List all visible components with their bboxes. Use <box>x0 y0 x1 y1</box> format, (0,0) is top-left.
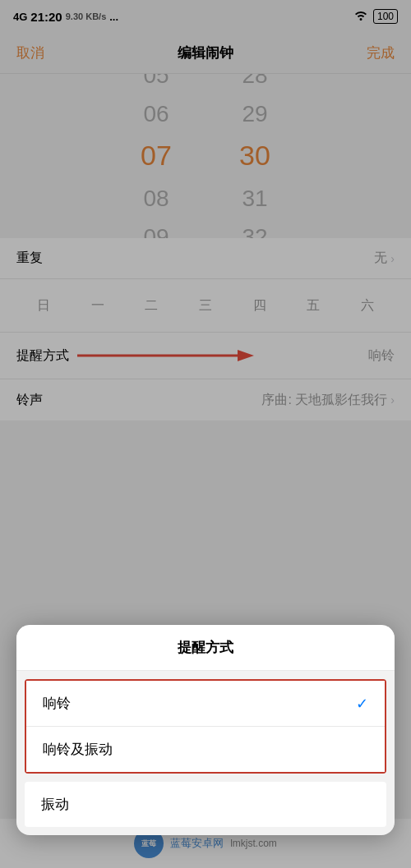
modal-sheet: 提醒方式 响铃 ✓ 响铃及振动 振动 <box>16 625 395 835</box>
modal-option-ring-label: 响铃 <box>43 694 71 713</box>
modal-title-bar: 提醒方式 <box>16 625 395 671</box>
modal-option-ring-vibrate-label: 响铃及振动 <box>43 740 113 759</box>
modal-title: 提醒方式 <box>178 640 233 655</box>
modal-overlay[interactable]: 提醒方式 响铃 ✓ 响铃及振动 振动 <box>0 0 411 868</box>
modal-option-vibrate-label: 振动 <box>41 795 69 814</box>
modal-option-ring[interactable]: 响铃 ✓ <box>26 681 385 727</box>
check-icon: ✓ <box>356 695 368 713</box>
modal-option-ring-vibrate[interactable]: 响铃及振动 <box>26 727 385 772</box>
modal-options-group: 响铃 ✓ 响铃及振动 <box>25 679 386 774</box>
modal-option-vibrate[interactable]: 振动 <box>25 782 386 827</box>
